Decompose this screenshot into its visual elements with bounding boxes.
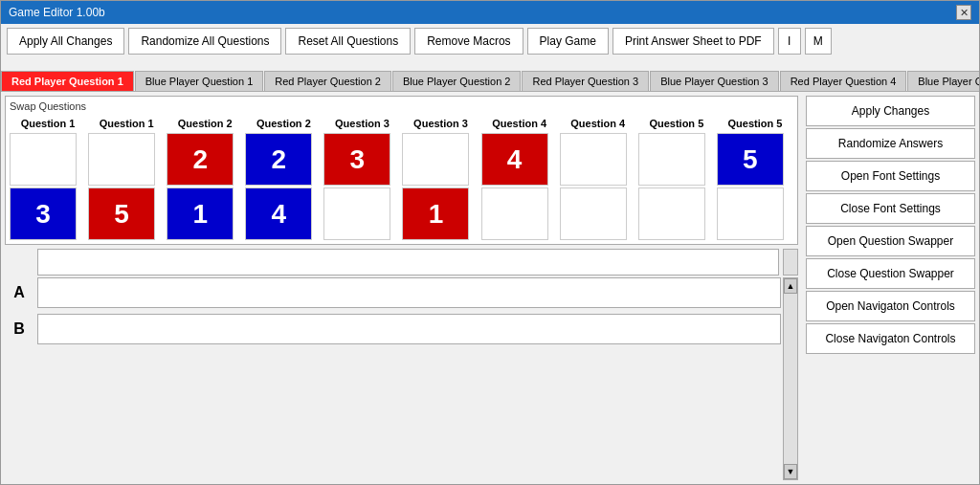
text-input-b[interactable] bbox=[37, 314, 781, 344]
main-content: Swap Questions Question 1Question 1Quest… bbox=[1, 92, 979, 484]
right-panel: Apply Changes Randomize Answers Open Fon… bbox=[802, 92, 979, 484]
q-cell-row1-6[interactable]: 4 bbox=[481, 133, 548, 186]
tab-blue-q1[interactable]: Blue Player Question 1 bbox=[135, 71, 264, 91]
tab-blue-q4[interactable]: Blue Player Question 4 bbox=[907, 71, 979, 91]
close-navigation-button[interactable]: Close Navigaton Controls bbox=[806, 323, 975, 354]
question-header-0: Question 1 bbox=[10, 116, 86, 131]
q-cell-row2-8[interactable] bbox=[638, 187, 705, 240]
q-cell-row1-5[interactable] bbox=[402, 133, 469, 186]
m-button[interactable]: M bbox=[805, 28, 832, 55]
open-font-settings-button[interactable]: Open Font Settings bbox=[806, 161, 975, 191]
remove-macros-button[interactable]: Remove Macros bbox=[414, 28, 523, 55]
play-game-button[interactable]: Play Game bbox=[527, 28, 609, 55]
open-question-swapper-button[interactable]: Open Question Swapper bbox=[806, 226, 975, 256]
text-row-b: B bbox=[5, 314, 781, 344]
q-cell-row2-6[interactable] bbox=[481, 187, 548, 240]
question-header-1: Question 1 bbox=[88, 116, 165, 131]
q-cell-row2-1[interactable]: 5 bbox=[88, 187, 155, 240]
q-cell-row1-8[interactable] bbox=[638, 133, 705, 186]
left-panel: Swap Questions Question 1Question 1Quest… bbox=[1, 92, 802, 484]
row-label-a: A bbox=[5, 284, 33, 301]
apply-all-button[interactable]: Apply All Changes bbox=[7, 28, 124, 55]
swap-legend: Swap Questions bbox=[10, 100, 793, 112]
question-header-4: Question 3 bbox=[323, 116, 400, 131]
reset-all-button[interactable]: Reset All Questions bbox=[285, 28, 411, 55]
close-question-swapper-button[interactable]: Close Question Swapper bbox=[806, 258, 975, 289]
randomize-answers-button[interactable]: Randomize Answers bbox=[806, 128, 975, 159]
question-header-2: Question 2 bbox=[167, 116, 243, 131]
q-cell-row1-9[interactable]: 5 bbox=[717, 133, 784, 186]
q-cell-row2-5[interactable]: 1 bbox=[402, 187, 469, 240]
questions-row1: 22345 bbox=[10, 133, 793, 186]
tabs-bar: Red Player Question 1 Blue Player Questi… bbox=[1, 58, 979, 92]
close-button[interactable]: ✕ bbox=[956, 5, 971, 20]
title-bar: Game Editor 1.00b ✕ bbox=[1, 1, 979, 24]
main-window: Game Editor 1.00b ✕ Apply All Changes Ra… bbox=[0, 0, 980, 485]
text-row-a: A bbox=[5, 277, 781, 308]
i-button[interactable]: I bbox=[778, 28, 801, 55]
q-cell-row1-2[interactable]: 2 bbox=[167, 133, 234, 186]
scroll-down-btn[interactable]: ▼ bbox=[784, 464, 797, 479]
bottom-input-area: A B ▲ ▼ bbox=[5, 277, 798, 480]
question-header-3: Question 2 bbox=[245, 116, 322, 131]
q-cell-row2-9[interactable] bbox=[717, 187, 784, 240]
q-cell-row2-7[interactable] bbox=[560, 187, 627, 240]
q-cell-row2-3[interactable]: 4 bbox=[245, 187, 312, 240]
questions-row2: 35141 bbox=[10, 187, 793, 240]
open-navigation-button[interactable]: Open Navigaton Controls bbox=[806, 291, 975, 321]
inner-scroll: A B bbox=[5, 277, 781, 480]
scroll-up-btn[interactable]: ▲ bbox=[784, 278, 797, 294]
close-font-settings-button[interactable]: Close Font Settings bbox=[806, 193, 975, 224]
apply-changes-button[interactable]: Apply Changes bbox=[806, 96, 975, 126]
tab-red-q4[interactable]: Red Player Question 4 bbox=[780, 71, 907, 91]
questions-headers: Question 1Question 1Question 2Question 2… bbox=[10, 116, 793, 131]
tab-red-q1[interactable]: Red Player Question 1 bbox=[1, 71, 134, 91]
q-cell-row1-0[interactable] bbox=[10, 133, 77, 186]
question-header-6: Question 4 bbox=[481, 116, 558, 131]
tab-red-q2[interactable]: Red Player Question 2 bbox=[264, 71, 391, 91]
text-input-a[interactable] bbox=[37, 277, 781, 308]
q-cell-row1-3[interactable]: 2 bbox=[245, 133, 312, 186]
q-cell-row1-7[interactable] bbox=[560, 133, 627, 186]
tab-red-q3[interactable]: Red Player Question 3 bbox=[522, 71, 649, 91]
q-cell-row2-2[interactable]: 1 bbox=[167, 187, 234, 240]
tab-blue-q3[interactable]: Blue Player Question 3 bbox=[650, 71, 779, 91]
row-label-b: B bbox=[5, 320, 33, 338]
randomize-all-button[interactable]: Randomize All Questions bbox=[128, 28, 281, 55]
q-cell-row1-4[interactable]: 3 bbox=[323, 133, 390, 186]
question-header-9: Question 5 bbox=[717, 116, 793, 131]
q-cell-row2-0[interactable]: 3 bbox=[10, 187, 77, 240]
toolbar: Apply All Changes Randomize All Question… bbox=[1, 24, 979, 58]
q-cell-row2-4[interactable] bbox=[323, 187, 390, 240]
question-header-5: Question 3 bbox=[402, 116, 479, 131]
question-header-7: Question 4 bbox=[560, 116, 636, 131]
window-title: Game Editor 1.00b bbox=[9, 6, 105, 19]
tab-blue-q2[interactable]: Blue Player Question 2 bbox=[392, 71, 522, 91]
print-answer-button[interactable]: Print Answer Sheet to PDF bbox=[612, 28, 774, 55]
question-header-8: Question 5 bbox=[638, 116, 715, 131]
vertical-scrollbar[interactable]: ▲ ▼ bbox=[783, 277, 798, 480]
q-cell-row1-1[interactable] bbox=[88, 133, 155, 186]
swap-questions-group: Swap Questions Question 1Question 1Quest… bbox=[5, 96, 798, 245]
